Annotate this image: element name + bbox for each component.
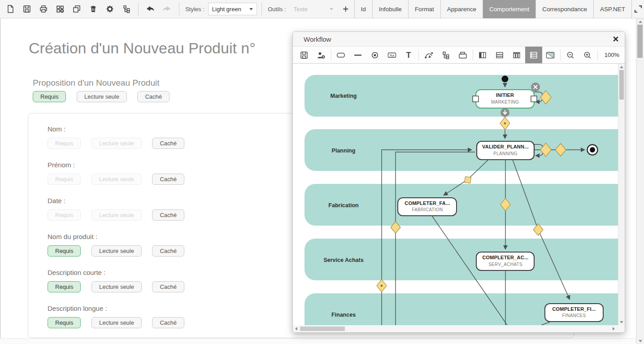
scroll-up-icon[interactable]	[636, 18, 644, 25]
expand-icon[interactable]	[632, 0, 644, 18]
scrollbar-thumb[interactable]	[300, 327, 345, 331]
node-completer-fi[interactable]: COMPLETER_FI... FINANCES	[545, 304, 603, 322]
requis-button[interactable]: Requis	[48, 317, 81, 328]
toolbar-separator	[597, 49, 598, 61]
field-nom: Nom : Requis Lecture seule Caché	[48, 125, 184, 149]
node-valider-plann[interactable]: VALIDER_PLANN... PLANNING	[477, 141, 534, 160]
dialog-vertical-scrollbar[interactable]	[618, 64, 625, 325]
lecture-seule-button[interactable]: Lecture seule	[91, 281, 142, 292]
swimlanes: Marketing Planning Fabrication Service A…	[305, 75, 618, 325]
end-node-icon[interactable]	[366, 47, 383, 63]
lecture-seule-button[interactable]: Lecture seule	[91, 138, 142, 149]
node-title: VALIDER_PLANN...	[482, 144, 529, 149]
svg-text:Aa: Aa	[390, 53, 394, 57]
settings-gear-icon[interactable]	[101, 0, 118, 18]
cache-button[interactable]: Caché	[137, 91, 170, 102]
lane-label: Fabrication	[328, 202, 358, 209]
tab-correspondance[interactable]: Correspondance	[536, 0, 594, 18]
zoom-in-icon[interactable]	[579, 47, 596, 63]
scrollbar-thumb[interactable]	[619, 70, 624, 100]
add-actor-icon[interactable]	[313, 47, 330, 63]
requis-button[interactable]: Requis	[48, 138, 81, 149]
scroll-left-icon[interactable]	[293, 325, 299, 332]
resize-handle[interactable]	[531, 96, 537, 102]
end-node[interactable]	[587, 145, 598, 155]
resize-handle[interactable]	[473, 96, 479, 102]
add-widget-icon[interactable]	[52, 0, 68, 18]
scroll-down-icon[interactable]	[618, 319, 625, 325]
rounded-rectangle-icon[interactable]	[333, 47, 350, 63]
tab-infobulle[interactable]: Infobulle	[373, 0, 409, 18]
duplicate-icon[interactable]	[68, 0, 85, 18]
tab-aspnet[interactable]: ASP.NET	[594, 0, 632, 18]
cache-button[interactable]: Caché	[152, 281, 184, 292]
node-completer-ac[interactable]: COMPLETER_AC... SERV_ACHATS	[476, 252, 534, 270]
tab-apparence[interactable]: Apparence	[441, 0, 483, 18]
scroll-down-icon[interactable]	[636, 338, 644, 344]
chevron-down-icon	[249, 8, 253, 10]
hierarchy-icon[interactable]	[437, 47, 454, 63]
hierarchy-icon[interactable]	[118, 0, 135, 18]
dialog-titlebar[interactable]: Workflow	[293, 32, 625, 47]
theme-icon[interactable]	[542, 47, 559, 63]
styles-select[interactable]: Light green	[208, 3, 257, 15]
lecture-seule-button[interactable]: Lecture seule	[91, 209, 142, 221]
scrollbar-thumb[interactable]	[637, 25, 643, 58]
text-icon[interactable]: T	[400, 47, 418, 63]
node-subtitle: SERV_ACHATS	[488, 262, 522, 267]
requis-button[interactable]: Requis	[48, 174, 81, 185]
node-completer-fa[interactable]: COMPLETER_FA... FABRICATION	[398, 198, 457, 216]
cache-button[interactable]: Caché	[152, 317, 184, 328]
scroll-up-icon[interactable]	[618, 64, 625, 70]
lecture-seule-button[interactable]: Lecture seule	[77, 91, 127, 102]
field-label: Nom :	[48, 125, 184, 133]
field-prenom: Prénom : Requis Lecture seule Caché	[48, 161, 184, 185]
cache-button[interactable]: Caché	[152, 174, 184, 185]
new-document-icon[interactable]	[2, 0, 18, 18]
edit-path-icon[interactable]	[420, 47, 437, 63]
dialog-horizontal-scrollbar[interactable]	[293, 325, 625, 332]
redo-icon[interactable]	[159, 0, 175, 18]
pool-icon[interactable]	[454, 47, 471, 63]
page-horizontal-scrollbar[interactable]	[0, 338, 636, 344]
lanes-icon[interactable]	[525, 47, 542, 63]
requis-button[interactable]: Requis	[48, 281, 81, 292]
columns-table-icon[interactable]	[474, 47, 492, 63]
close-icon[interactable]	[607, 36, 625, 42]
application-window: { "colors": { "accent_green": "#54b377",…	[0, 0, 644, 344]
tab-format[interactable]: Format	[409, 0, 441, 18]
lecture-seule-button[interactable]: Lecture seule	[91, 245, 142, 257]
rows-table-icon[interactable]	[491, 47, 508, 63]
requis-button[interactable]: Requis	[48, 209, 81, 221]
lecture-seule-button[interactable]: Lecture seule	[91, 317, 142, 328]
lecture-seule-button[interactable]: Lecture seule	[91, 174, 142, 185]
line-icon[interactable]	[349, 47, 366, 63]
outils-select[interactable]: Texte	[290, 3, 337, 15]
gateway-dot	[504, 122, 506, 125]
save-icon[interactable]	[296, 47, 313, 63]
tab-id[interactable]: Id	[355, 0, 373, 18]
cache-button[interactable]: Caché	[152, 245, 184, 257]
scroll-right-icon[interactable]	[610, 325, 617, 332]
delete-icon[interactable]	[85, 0, 101, 18]
event-square[interactable]	[465, 177, 471, 183]
node-subtitle: PLANNING	[493, 151, 518, 156]
add-tool-button[interactable]: +	[337, 0, 354, 17]
label-box-icon[interactable]: Aa	[383, 47, 400, 63]
requis-button[interactable]: Requis	[33, 91, 66, 102]
save-icon[interactable]	[18, 0, 35, 18]
cache-button[interactable]: Caché	[152, 209, 184, 221]
start-node[interactable]	[502, 76, 509, 83]
workflow-canvas[interactable]: Marketing Planning Fabrication Service A…	[293, 64, 625, 325]
toolbar-separator	[418, 49, 419, 61]
cache-button[interactable]: Caché	[152, 138, 184, 149]
page-vertical-scrollbar[interactable]	[636, 18, 644, 344]
lane-label: Marketing	[330, 93, 357, 99]
columns-icon[interactable]	[508, 47, 525, 63]
node-title: INITIER	[496, 92, 514, 98]
tab-comportement[interactable]: Comportement	[483, 0, 536, 18]
requis-button[interactable]: Requis	[48, 245, 81, 257]
print-icon[interactable]	[35, 0, 52, 18]
undo-icon[interactable]	[142, 0, 159, 18]
zoom-out-icon[interactable]	[562, 47, 579, 63]
